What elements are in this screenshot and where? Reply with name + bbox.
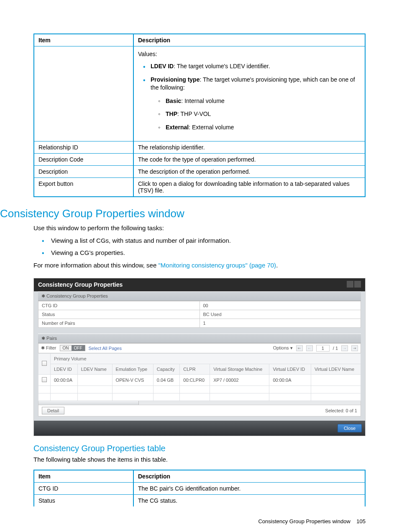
first-page-icon[interactable]: ⇤ [296,345,303,351]
table-row: CTG IDThe BC pair's CG identification nu… [34,482,365,494]
col-description: Description [133,34,365,46]
col-item: Item [34,34,133,46]
properties-panel-header: ✱ Consistency Group Properties [38,291,361,301]
section-heading: Consistency Group Properties window [0,207,366,220]
next-page-icon[interactable]: → [341,345,348,351]
pairs-table: Primary Volume LDEV ID LDEV Name Emulati… [38,353,361,401]
filter-bar: ✱ Filter ONOFF Select All Pages Options … [38,343,361,353]
page-input[interactable]: 1 [316,345,330,352]
parameters-table: Item Description Values: LDEV ID: The ta… [33,33,366,197]
subsection-heading: Consistency Group Properties table [33,444,366,453]
monitoring-link[interactable]: "Monitoring consistency groups" (page 70… [158,262,276,269]
options-dropdown[interactable]: Options ▾ [273,345,293,351]
table-row[interactable]: 00:00:0A OPEN-V CVS 0.04 GB 00:CLPR0 XP7… [38,374,361,386]
last-page-icon[interactable]: ⇥ [351,345,358,351]
summary-table: CTG ID00 StatusBC Used Number of Pairs1 [38,301,361,328]
properties-window-screenshot: Consistency Group Properties ✱ Consisten… [33,278,366,436]
cell-item [34,46,133,141]
help-icon[interactable] [354,281,361,288]
prev-page-icon[interactable]: ← [306,345,313,351]
properties-items-table: Item Description CTG IDThe BC pair's CG … [33,470,366,506]
page-footer: Consistency Group Properties window 105 [33,518,366,524]
table-row: StatusThe CG status. [34,494,365,506]
page-total: / 1 [333,346,338,351]
detail-button[interactable]: Detail [42,407,64,414]
window-titlebar: Consistency Group Properties [34,278,365,291]
intro-text: Use this window to perform the following… [33,224,366,233]
table-row: Relationship IDThe relationship identifi… [34,141,365,153]
row-checkbox[interactable] [42,377,47,382]
horizontal-scrollbar[interactable]: ◄ [38,401,361,405]
select-all-checkbox[interactable] [42,361,47,366]
filter-label: ✱ Filter [41,345,56,351]
table-row: Description CodeThe code for the type of… [34,153,365,165]
table-footer: Detail Selected: 0 of 1 [38,405,361,416]
subsection-para: The following table shows the items in t… [33,456,366,463]
filter-icon[interactable] [347,281,353,288]
select-all-pages[interactable]: Select All Pages [89,346,122,351]
filter-toggle[interactable]: ONOFF [60,345,85,351]
pairs-panel-header: ✱ Pairs [38,334,361,343]
more-info: For more information about this window, … [33,261,366,270]
table-row: DescriptionThe description of the operat… [34,165,365,177]
task-list: Viewing a list of CGs, with status and n… [42,236,366,257]
cell-description: Values: LDEV ID: The target volume's LDE… [133,46,365,141]
close-button[interactable]: Close [338,424,362,432]
selected-count: Selected: 0 of 1 [325,408,357,413]
table-row: Values: LDEV ID: The target volume's LDE… [34,46,365,141]
table-row: Export buttonClick to open a dialog for … [34,177,365,197]
